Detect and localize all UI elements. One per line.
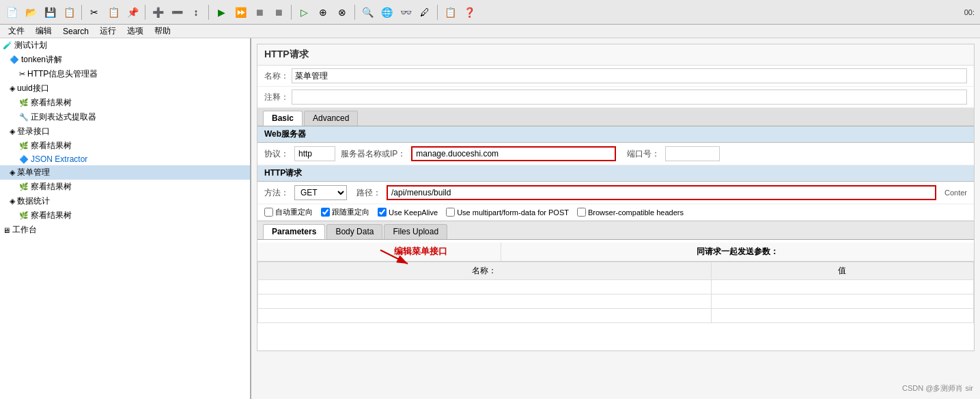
main-layout: 🧪 测试计划 🔷 tonken讲解 ✂ HTTP信息头管理器 ◈ uuid接口 … <box>0 38 980 399</box>
comment-input[interactable] <box>292 90 967 105</box>
toolbar-new[interactable]: 📄 <box>3 3 20 21</box>
toolbar-toggle[interactable]: ↕ <box>187 3 205 21</box>
tree-item-http-header[interactable]: ✂ HTTP信息头管理器 <box>0 67 250 81</box>
tree-item-view-results-3[interactable]: 🌿 察看结果树 <box>0 180 250 194</box>
toolbar-copy[interactable]: 📋 <box>104 3 122 21</box>
params-table: 名称： 值 <box>257 262 974 323</box>
follow-redirect-checkbox[interactable] <box>321 208 330 217</box>
http-title: HTTP请求 <box>257 44 974 66</box>
http-header-icon: ✂ <box>19 70 25 79</box>
server-label: 服务器名称或IP： <box>341 148 406 160</box>
toolbar-collapse[interactable]: ➖ <box>168 3 186 21</box>
follow-redirect-item: 跟随重定向 <box>321 207 369 217</box>
toolbar-run[interactable]: ▶ <box>212 3 230 21</box>
keep-alive-label: Use KeepAlive <box>389 208 438 217</box>
tree-item-menu-mgmt[interactable]: ◈ 菜单管理 <box>0 165 250 180</box>
tree-item-login[interactable]: ◈ 登录接口 <box>0 124 250 139</box>
test-plan-icon: 🧪 <box>3 41 12 50</box>
cell-value <box>711 280 973 294</box>
toolbar-paste[interactable]: 📌 <box>124 3 141 21</box>
toolbar-run-all[interactable]: ⏩ <box>232 3 249 21</box>
menu-options[interactable]: 选项 <box>122 25 149 38</box>
multipart-checkbox[interactable] <box>446 208 455 217</box>
toolbar-clear[interactable]: 🔍 <box>359 3 376 21</box>
path-input[interactable] <box>387 185 936 200</box>
params-left-header <box>257 243 501 261</box>
toolbar-expand[interactable]: ➕ <box>149 3 167 21</box>
tree-item-json-extractor[interactable]: 🔷 JSON Extractor <box>0 153 250 165</box>
tree-item-tonken[interactable]: 🔷 tonken讲解 <box>0 53 250 67</box>
sep3 <box>208 5 209 20</box>
tree-item-workbench[interactable]: 🖥 工作台 <box>0 223 250 237</box>
auto-redirect-label: 自动重定向 <box>275 207 313 217</box>
checkbox-row: 自动重定向 跟随重定向 Use KeepAlive Use multipart/… <box>257 204 974 221</box>
json-extractor-icon: 🔷 <box>19 155 29 164</box>
table-row <box>258 294 974 309</box>
sep6 <box>437 5 438 20</box>
browser-item: Browser-compatible headers <box>577 208 684 217</box>
tab-parameters[interactable]: Parameters <box>263 224 325 239</box>
toolbar-stop[interactable]: ⏹ <box>251 3 268 21</box>
tree-item-view-results-4[interactable]: 🌿 察看结果树 <box>0 208 250 223</box>
tab-advanced[interactable]: Advanced <box>304 111 358 126</box>
tree-item-test-plan[interactable]: 🧪 测试计划 <box>0 38 250 53</box>
toolbar-time: 00: <box>964 8 977 16</box>
toolbar-template[interactable]: 🖊 <box>416 3 434 21</box>
tree-item-view-results-1[interactable]: 🌿 察看结果树 <box>0 96 250 110</box>
view-results-1-icon: 🌿 <box>19 98 29 107</box>
menu-edit[interactable]: 编辑 <box>30 25 57 38</box>
toolbar-list[interactable]: 📋 <box>441 3 459 21</box>
protocol-input[interactable] <box>294 146 335 161</box>
tree-item-view-results-2[interactable]: 🌿 察看结果树 <box>0 139 250 153</box>
cell-name <box>258 309 712 323</box>
toolbar-save[interactable]: 💾 <box>41 3 59 21</box>
toolbar-remote-stop[interactable]: ⊗ <box>333 3 351 21</box>
tree-item-regex[interactable]: 🔧 正则表达式提取器 <box>0 110 250 124</box>
tab-body-data[interactable]: Body Data <box>326 224 382 239</box>
keep-alive-checkbox[interactable] <box>378 208 387 217</box>
toolbar-remote-start[interactable]: ▷ <box>295 3 313 21</box>
method-select[interactable]: GET POST PUT DELETE PATCH <box>294 185 347 200</box>
server-name-input[interactable] <box>411 146 616 161</box>
table-row <box>258 280 974 294</box>
http-panel: HTTP请求 名称： 注释： Basic Advanced Web服务器 协议 <box>257 44 975 351</box>
name-label: 名称： <box>264 70 292 82</box>
tree-item-uuid[interactable]: ◈ uuid接口 <box>0 81 250 96</box>
col-value: 值 <box>711 262 973 280</box>
params-header-row: 同请求一起发送参数： <box>257 243 974 262</box>
menu-mgmt-icon: ◈ <box>10 168 15 177</box>
col-name: 名称： <box>258 262 712 280</box>
toolbar-open[interactable]: 📂 <box>22 3 40 21</box>
protocol-label: 协议： <box>264 148 289 160</box>
menu-search[interactable]: Search <box>57 26 94 37</box>
toolbar-remote-all[interactable]: ⊕ <box>314 3 332 21</box>
sep5 <box>354 5 355 20</box>
multipart-item: Use multipart/form-data for POST <box>446 208 569 217</box>
menu-run[interactable]: 运行 <box>94 25 122 38</box>
menu-help[interactable]: 帮助 <box>149 25 176 38</box>
menu-file[interactable]: 文件 <box>3 25 30 38</box>
auto-redirect-checkbox[interactable] <box>264 208 273 217</box>
browser-checkbox[interactable] <box>577 208 586 217</box>
path-label: 路径： <box>356 187 381 199</box>
toolbar-clear-all[interactable]: 🌐 <box>378 3 395 21</box>
uuid-icon: ◈ <box>10 84 15 93</box>
view-results-2-icon: 🌿 <box>19 141 29 150</box>
toolbar-help[interactable]: ❓ <box>460 3 478 21</box>
sep4 <box>291 5 292 20</box>
toolbar-report[interactable]: 👓 <box>397 3 415 21</box>
tree-item-data-stats[interactable]: ◈ 数据统计 <box>0 194 250 208</box>
toolbar-save-as[interactable]: 📋 <box>60 3 78 21</box>
toolbar: 📄 📂 💾 📋 ✂ 📋 📌 ➕ ➖ ↕ ▶ ⏩ ⏹ ⏹ ▷ ⊕ ⊗ 🔍 🌐 👓 … <box>0 0 980 25</box>
toolbar-cut[interactable]: ✂ <box>85 3 103 21</box>
port-input[interactable] <box>665 146 720 161</box>
tab-basic[interactable]: Basic <box>263 111 303 126</box>
name-input[interactable] <box>292 68 967 83</box>
method-row: 方法： GET POST PUT DELETE PATCH 路径： Conter <box>257 182 974 204</box>
toolbar-stop-now[interactable]: ⏹ <box>270 3 288 21</box>
view-results-3-icon: 🌿 <box>19 182 29 191</box>
tab-files-upload[interactable]: Files Upload <box>384 224 447 239</box>
view-results-4-icon: 🌿 <box>19 211 29 220</box>
cell-name <box>258 294 712 309</box>
left-panel: 🧪 测试计划 🔷 tonken讲解 ✂ HTTP信息头管理器 ◈ uuid接口 … <box>0 38 251 399</box>
